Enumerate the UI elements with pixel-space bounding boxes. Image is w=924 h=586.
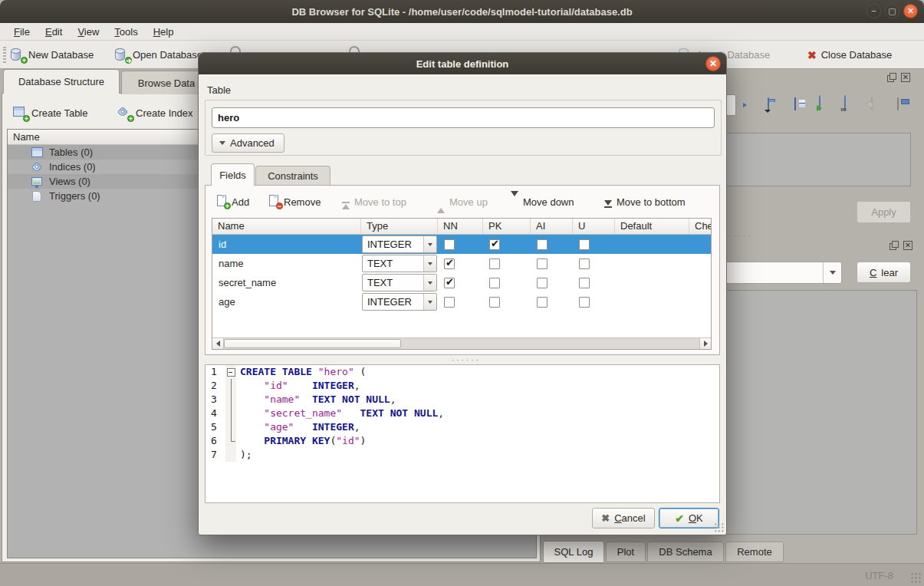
move-to-top-button[interactable]: Move to top <box>342 192 406 212</box>
add-button[interactable]: +Add <box>216 192 249 212</box>
save-file-icon[interactable] <box>793 98 807 112</box>
scroll-right-icon[interactable] <box>699 338 711 349</box>
nn-checkbox[interactable] <box>444 258 455 269</box>
dock-splitter[interactable]: ······ <box>724 234 753 239</box>
table-row[interactable]: secret_nameTEXT <box>212 273 711 292</box>
table-name-input[interactable] <box>212 107 715 128</box>
link-icon[interactable] <box>843 98 857 112</box>
column-header-name[interactable]: Name <box>212 219 361 234</box>
remove-button[interactable]: −Remove <box>268 192 321 212</box>
sql-preview-editor[interactable]: 1CREATE TABLE "hero" (2 "id" INTEGER,3 "… <box>205 364 720 503</box>
field-name-cell[interactable]: name <box>212 258 361 269</box>
column-header-ai[interactable]: AI <box>531 219 573 234</box>
sql-log-area[interactable] <box>721 290 917 535</box>
tab-fields[interactable]: Fields <box>211 163 255 186</box>
nn-checkbox[interactable] <box>444 297 455 308</box>
ai-checkbox[interactable] <box>537 239 547 250</box>
line-number: 2 <box>206 379 225 393</box>
dialog-close-icon[interactable]: ✕ <box>705 56 721 71</box>
ai-checkbox[interactable] <box>537 258 547 269</box>
u-checkbox[interactable] <box>579 278 590 288</box>
nn-cell <box>438 235 483 254</box>
dialog-splitter[interactable]: ······ <box>452 358 481 363</box>
trigger-icon <box>31 191 43 202</box>
tab-db-schema[interactable]: DB Schema <box>647 542 724 562</box>
move-up-button[interactable]: Move up <box>437 192 488 212</box>
advanced-button[interactable]: Advanced <box>212 133 284 153</box>
menu-edit[interactable]: Edit <box>38 25 70 39</box>
open-database-button[interactable]: ➜ Open Database <box>115 45 202 64</box>
u-checkbox[interactable] <box>579 239 590 250</box>
type-combobox[interactable]: INTEGER <box>362 293 437 311</box>
toolbar-drag-handle[interactable] <box>3 47 6 63</box>
execute-icon[interactable] <box>817 98 831 112</box>
cancel-button[interactable]: ✖Cancel <box>592 508 655 528</box>
field-name-cell[interactable]: secret_name <box>212 277 361 288</box>
pk-checkbox[interactable] <box>489 278 500 288</box>
type-combobox[interactable]: INTEGER <box>362 235 437 253</box>
field-name-cell[interactable]: age <box>212 296 361 308</box>
fold-marker-icon[interactable] <box>225 365 236 379</box>
dock-float-icon[interactable] <box>887 73 896 82</box>
column-header-nn[interactable]: NN <box>438 219 483 234</box>
dock-close-icon[interactable]: ✕ <box>901 73 910 82</box>
tab-database-structure[interactable]: Database Structure <box>3 69 120 94</box>
tab-constraints[interactable]: Constraints <box>255 166 330 186</box>
pk-checkbox[interactable] <box>489 258 500 269</box>
column-header-pk[interactable]: PK <box>483 219 531 234</box>
table-row[interactable]: ageINTEGER <box>212 292 711 311</box>
pk-checkbox[interactable] <box>489 239 500 250</box>
menu-tools[interactable]: Tools <box>107 25 145 39</box>
ai-checkbox[interactable] <box>537 278 547 288</box>
indent-icon[interactable] <box>743 98 757 112</box>
create-table-button[interactable]: + Create Table <box>13 104 87 123</box>
minimize-icon[interactable]: − <box>866 4 881 18</box>
dock-close-icon[interactable]: ✕ <box>903 241 912 250</box>
column-header-default[interactable]: Default <box>615 219 689 234</box>
tab-plot[interactable]: Plot <box>606 542 646 562</box>
move-down-button[interactable]: Move down <box>511 192 574 212</box>
type-combobox[interactable]: TEXT <box>362 274 437 291</box>
new-database-button[interactable]: + New Database <box>11 45 94 64</box>
field-name-cell[interactable]: id <box>212 239 361 250</box>
close-database-button[interactable]: ✖ Close Database <box>807 45 892 64</box>
nn-checkbox[interactable] <box>444 278 455 288</box>
dock-float-icon[interactable] <box>889 241 899 250</box>
move-to-bottom-button[interactable]: Move to bottom <box>604 192 686 212</box>
print-icon[interactable] <box>896 98 909 112</box>
pk-checkbox[interactable] <box>489 297 500 308</box>
type-combobox[interactable]: TEXT <box>362 255 437 272</box>
scrollbar-thumb[interactable] <box>224 339 401 348</box>
menu-file[interactable]: File <box>6 25 38 39</box>
ok-button[interactable]: ✔OK <box>659 508 719 528</box>
window-resize-grip[interactable] <box>910 572 921 583</box>
menu-help[interactable]: Help <box>146 25 182 39</box>
column-header-check[interactable]: Check <box>689 219 712 234</box>
u-checkbox[interactable] <box>579 297 590 308</box>
scroll-left-icon[interactable] <box>212 338 224 349</box>
table-row[interactable]: idINTEGER <box>212 235 711 254</box>
view-icon <box>31 177 43 186</box>
maximize-icon[interactable]: ▢ <box>885 4 899 18</box>
ai-cell <box>531 235 573 254</box>
create-index-button[interactable]: + Create Index <box>117 104 192 123</box>
u-checkbox[interactable] <box>579 258 590 269</box>
horizontal-scrollbar[interactable] <box>212 337 711 349</box>
tab-remote[interactable]: Remote <box>725 542 784 562</box>
window-close-icon[interactable]: ✕ <box>903 4 918 18</box>
column-header-u[interactable]: U <box>573 219 615 234</box>
ai-checkbox[interactable] <box>537 297 547 308</box>
column-header-type[interactable]: Type <box>361 219 438 234</box>
open-file-icon[interactable] <box>768 98 781 112</box>
log-filter-combobox[interactable] <box>713 262 842 284</box>
tab-sql-log[interactable]: SQL Log <box>543 541 604 563</box>
cell-editor-area[interactable] <box>721 133 911 186</box>
clear-button[interactable]: Clear <box>857 262 911 283</box>
u-cell <box>573 273 615 292</box>
table-row[interactable]: nameTEXT <box>212 254 711 273</box>
nn-checkbox[interactable] <box>444 239 455 250</box>
dialog-resize-grip[interactable] <box>714 522 724 532</box>
apply-button[interactable]: Apply <box>857 201 911 223</box>
menu-view[interactable]: View <box>70 25 107 39</box>
dialog-title-bar[interactable]: Edit table definition ✕ <box>199 53 726 74</box>
